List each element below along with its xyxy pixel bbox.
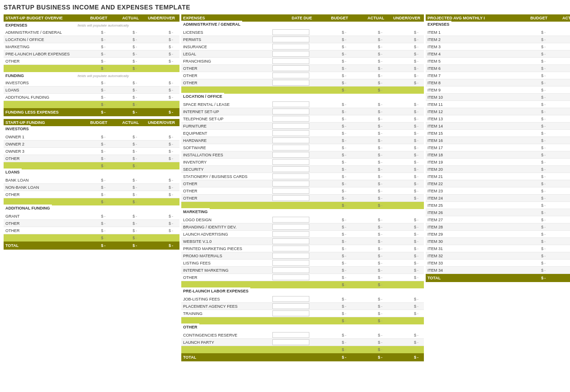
projected-item-row: ITEM 25 $- $- $- bbox=[426, 202, 570, 209]
exp-row-stationery: STATIONERY / BUSINESS CARDS $- $- $- bbox=[181, 173, 424, 180]
projected-item-row: ITEM 6 $- $- $- bbox=[426, 65, 570, 72]
exp-row-telephone: TELEPHONE SET-UP $- $- $- bbox=[181, 115, 424, 123]
exp-marketing-label: MARKETING bbox=[181, 209, 424, 216]
exp-row-admin-other3: OTHER $- $- $- bbox=[181, 79, 424, 87]
exp-row-permits: PERMITS $- $- $- bbox=[181, 36, 424, 43]
loan-row-2: OTHER $- $- $- bbox=[4, 191, 179, 198]
projected-item-row: ITEM 21 $- $- $- bbox=[426, 173, 570, 180]
left-column: START-UP BUDGET OVERVIE BUDGET ACTUAL UN… bbox=[4, 14, 179, 361]
exp-row-licenses: LICENSES $- $- $- bbox=[181, 29, 424, 36]
projected-item-row: ITEM 10 $- $- $- bbox=[426, 94, 570, 101]
overview-expense-row-4: OTHER $- $- $- bbox=[4, 58, 179, 65]
exp-row-logo: LOGO DESIGN $- $- $- bbox=[181, 216, 424, 223]
projected-item-row: ITEM 11 $- $- $- bbox=[426, 101, 570, 108]
overview-underover-col: UNDER/OVER bbox=[141, 16, 177, 20]
exp-row-loc-other1: OTHER $- $- $- bbox=[181, 180, 424, 187]
page-title: STARTUP BUSINESS INCOME AND EXPENSES TEM… bbox=[4, 4, 566, 11]
prelabor-subtotal: $- $- bbox=[181, 317, 424, 324]
exp-row-admin-other1: OTHER $- $- $- bbox=[181, 65, 424, 72]
exp-prelabor-label: PRE-LAUNCH LABOR EXPENSES bbox=[181, 288, 424, 296]
projected-item-row: ITEM 7 $- $- $- bbox=[426, 72, 570, 79]
projected-item-row: ITEM 24 $- $- $- bbox=[426, 195, 570, 202]
exp-row-branding: BRANDING / IDENTITY DEV. $- $- $- bbox=[181, 223, 424, 231]
projected-item-row: ITEM 15 $- $- $- bbox=[426, 130, 570, 137]
expenses-title: EXPENSES bbox=[183, 16, 273, 20]
projected-item-row: ITEM 20 $- $- $- bbox=[426, 166, 570, 173]
projected-item-row: ITEM 17 $- $- $- bbox=[426, 144, 570, 151]
projected-item-row: ITEM 34 $- $- $- bbox=[426, 267, 570, 274]
exp-row-training: TRAINING $- $- $- bbox=[181, 310, 424, 317]
projected-item-row: ITEM 4 $- $- $- bbox=[426, 50, 570, 58]
loans-label: LOANS bbox=[4, 169, 179, 177]
exp-admin-label: ADMINISTRATIVE / GENERAL bbox=[181, 22, 424, 29]
projected-item-row: ITEM 27 $- $- $- bbox=[426, 216, 570, 223]
overview-actual-col: ACTUAL bbox=[109, 16, 141, 20]
exp-row-space: SPACE RENTAL / LEASE $- $- $- bbox=[181, 101, 424, 108]
funding-less-label: FUNDING LESS EXPENSES bbox=[4, 109, 76, 115]
projected-item-row: ITEM 13 $- $- $- bbox=[426, 115, 570, 123]
projected-item-row: ITEM 14 $- $- $- bbox=[426, 123, 570, 130]
funding-section-label: FUNDING fields will populate automatical… bbox=[4, 72, 179, 79]
projected-item-row: ITEM 18 $- $- $- bbox=[426, 151, 570, 159]
projected-item-row: ITEM 19 $- $- $- bbox=[426, 159, 570, 166]
projected-total: TOTAL $- $- $- bbox=[426, 274, 570, 282]
projected-item-row: ITEM 8 $- $- $- bbox=[426, 79, 570, 87]
exp-row-contingencies: CONTINGENCIES RESERVE $- $- $- bbox=[181, 332, 424, 339]
exp-row-admin-other2: OTHER $- $- $- bbox=[181, 72, 424, 79]
additional-row-2: OTHER $- $- $- bbox=[4, 227, 179, 234]
projected-item-row: ITEM 33 $- $- $- bbox=[426, 260, 570, 267]
funding-auto-note: fields will populate automatically bbox=[76, 73, 175, 79]
investor-row-3: OTHER $- $- $- bbox=[4, 155, 179, 162]
projected-item-row: ITEM 16 $- $- $- bbox=[426, 137, 570, 144]
auto-note: fields will populate automatically bbox=[76, 23, 175, 28]
additional-funding-label: ADDITIONAL FUNDING bbox=[4, 205, 179, 213]
exp-other-label: OTHER bbox=[181, 324, 424, 332]
projected-item-row: ITEM 9 $- $- $- bbox=[426, 87, 570, 94]
other-subtotal: $- $- bbox=[181, 346, 424, 353]
investor-row-1: OWNER 2 $- $- $- bbox=[4, 141, 179, 148]
investors-label: INVESTORS bbox=[4, 126, 179, 133]
overview-funding-row-2: ADDITIONAL FUNDING $- $- $- bbox=[4, 94, 179, 101]
additional-row-1: OTHER $- $- $- bbox=[4, 220, 179, 227]
overview-expense-row-3: PRE-LAUNCH LABOR EXPENSES $- $- $- bbox=[4, 50, 179, 58]
exp-row-loc-other3: OTHER $- $- $- bbox=[181, 195, 424, 202]
exp-row-internet-mkt: INTERNET MARKETING $- $- $- bbox=[181, 267, 424, 274]
loan-row-1: NON-BANK LOAN $- $- $- bbox=[4, 184, 179, 191]
exp-row-software: SOFTWARE $- $- $- bbox=[181, 144, 424, 151]
exp-row-launch-adv: LAUNCH ADVERTISING $- $- $- bbox=[181, 231, 424, 238]
projected-item-row: ITEM 30 $- $- $- bbox=[426, 238, 570, 245]
startup-funding-total: TOTAL $- $- $- bbox=[4, 242, 179, 250]
projected-item-row: ITEM 22 $- $- $- bbox=[426, 180, 570, 187]
exp-row-launch-party: LAUNCH PARTY $- $- $- bbox=[181, 339, 424, 346]
exp-row-loc-other2: OTHER $- $- $- bbox=[181, 187, 424, 195]
projected-item-row: ITEM 12 $- $- $- bbox=[426, 108, 570, 115]
exp-row-installation: INSTALLATION FEES $- $- $- bbox=[181, 151, 424, 159]
startup-funding-title: START-UP FUNDING bbox=[5, 120, 78, 125]
exp-row-internet: INTERNET SET-UP $- $- $- bbox=[181, 108, 424, 115]
exp-row-job-listing: JOB-LISTING FEES $- $- $- bbox=[181, 296, 424, 303]
projected-item-row: ITEM 1 $- $- $- bbox=[426, 29, 570, 36]
exp-row-placement: PLACEMENT AGENCY FEES $- $- $- bbox=[181, 303, 424, 310]
projected-item-row: ITEM 32 $- $- $- bbox=[426, 252, 570, 260]
overview-funding-subtotal: $- $- bbox=[4, 101, 179, 108]
overview-funding-row-1: LOANS $- $- $- bbox=[4, 87, 179, 94]
exp-row-equipment: EQUIPMENT $- $- $- bbox=[181, 130, 424, 137]
exp-row-promo: PROMO MATERIALS $- $- $- bbox=[181, 252, 424, 260]
investor-row-0: OWNER 1 $- $- $- bbox=[4, 133, 179, 141]
overview-expense-row-0: ADMINISTRATIVE / GENERAL $- $- $- bbox=[4, 29, 179, 36]
investors-subtotal: $- $- bbox=[4, 162, 179, 169]
exp-location-label: LOCATION / OFFICE bbox=[181, 94, 424, 101]
exp-row-website: WEBSITE V.1.0 $- $- $- bbox=[181, 238, 424, 245]
expenses-section-label: EXPENSES fields will populate automatica… bbox=[4, 22, 179, 29]
projected-item-row: ITEM 5 $- $- $- bbox=[426, 58, 570, 65]
overview-budget-col: BUDGET bbox=[78, 16, 109, 20]
exp-row-furniture: FURNITURE $- $- $- bbox=[181, 123, 424, 130]
overview-expense-row-2: MARKETING $- $- $- bbox=[4, 43, 179, 50]
projected-item-row: ITEM 2 $- $- $- bbox=[426, 36, 570, 43]
projected-item-row: ITEM 31 $- $- $- bbox=[426, 245, 570, 252]
exp-row-printed: PRINTED MARKETING PIECES $- $- $- bbox=[181, 245, 424, 252]
exp-row-franchising: FRANCHISING $- $- $- bbox=[181, 58, 424, 65]
expenses-label: EXPENSES bbox=[4, 22, 76, 29]
projected-item-row: ITEM 3 $- $- $- bbox=[426, 43, 570, 50]
projected-item-row: ITEM 26 $- $- $- bbox=[426, 209, 570, 216]
